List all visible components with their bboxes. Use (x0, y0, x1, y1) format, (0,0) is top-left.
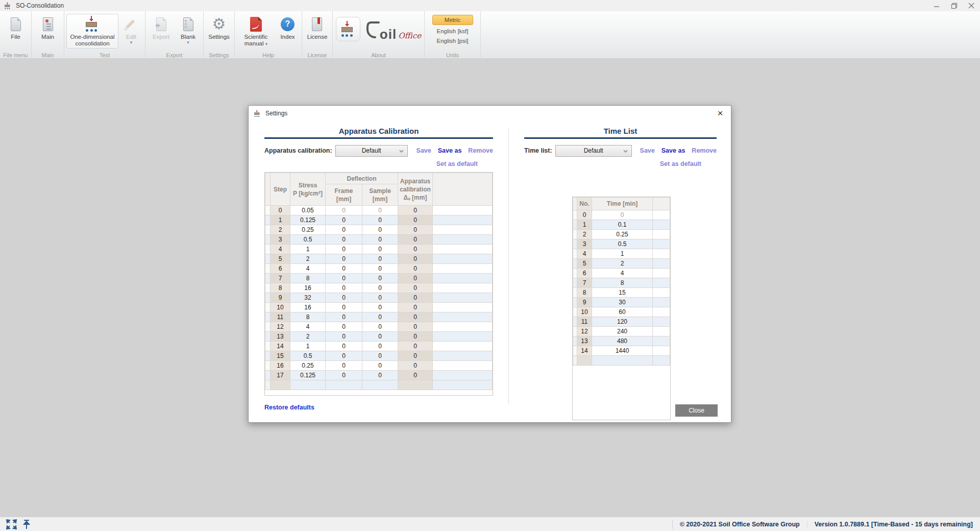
cell-time[interactable]: 0.5 (592, 239, 653, 249)
row-selector[interactable] (573, 336, 577, 346)
apparatus-save-as-link[interactable]: Save as (438, 147, 462, 154)
row-selector[interactable] (265, 283, 271, 293)
cell-frame-deflection[interactable]: 0 (326, 342, 362, 351)
restore-button[interactable] (945, 0, 963, 11)
cell-stress[interactable]: 0.5 (290, 235, 326, 245)
row-selector[interactable] (265, 322, 271, 332)
cell-frame-deflection[interactable]: 0 (326, 283, 362, 293)
cell-stress[interactable]: 16 (290, 283, 326, 293)
cell-stress[interactable]: 2 (290, 254, 326, 264)
cell-sample-deflection[interactable]: 0 (362, 215, 398, 225)
cell-sample-deflection[interactable]: 0 (362, 264, 398, 274)
cell-sample-deflection[interactable]: 0 (362, 293, 398, 303)
cell-time[interactable]: 0.25 (592, 230, 653, 239)
cell-time[interactable] (592, 356, 653, 366)
cell-stress[interactable]: 1 (290, 342, 326, 351)
cell-sample-deflection[interactable]: 0 (362, 312, 398, 322)
row-selector[interactable] (265, 380, 271, 390)
cell-sample-deflection[interactable]: 0 (362, 235, 398, 245)
dialog-close-icon[interactable]: × (714, 107, 727, 119)
cell-time[interactable]: 2 (592, 259, 653, 269)
cell-sample-deflection[interactable]: 0 (362, 225, 398, 235)
apparatus-save-link[interactable]: Save (416, 147, 431, 154)
apparatus-calibration-dropdown[interactable]: Default (335, 145, 408, 157)
cell-frame-deflection[interactable]: 0 (326, 274, 362, 283)
cell-sample-deflection[interactable] (362, 380, 398, 390)
cell-frame-deflection[interactable]: 0 (326, 322, 362, 332)
row-selector[interactable] (265, 371, 271, 380)
row-selector[interactable] (265, 215, 271, 225)
row-selector[interactable] (265, 254, 271, 264)
row-selector[interactable] (573, 278, 577, 288)
time-list-save-as-link[interactable]: Save as (662, 147, 685, 154)
cell-time[interactable]: 480 (592, 336, 653, 346)
cell-stress[interactable]: 32 (290, 293, 326, 303)
close-window-button[interactable] (963, 0, 980, 11)
row-selector[interactable] (265, 351, 271, 361)
cell-sample-deflection[interactable]: 0 (362, 371, 398, 380)
cell-sample-deflection[interactable]: 0 (362, 206, 398, 215)
cell-stress[interactable]: 0.05 (290, 206, 326, 215)
row-selector[interactable] (265, 235, 271, 245)
cell-sample-deflection[interactable]: 0 (362, 351, 398, 361)
row-selector[interactable] (265, 332, 271, 342)
cell-time[interactable]: 0.1 (592, 220, 653, 230)
apparatus-set-as-default-link[interactable]: Set as default (436, 160, 478, 167)
row-selector[interactable] (265, 225, 271, 235)
apparatus-remove-link[interactable]: Remove (468, 147, 493, 154)
row-selector[interactable] (265, 312, 271, 322)
row-selector[interactable] (573, 239, 577, 249)
cell-time[interactable]: 1440 (592, 346, 653, 356)
cell-sample-deflection[interactable]: 0 (362, 322, 398, 332)
cell-stress[interactable]: 4 (290, 322, 326, 332)
time-list-dropdown[interactable]: Default (555, 145, 632, 157)
main-button[interactable]: Main (39, 14, 56, 42)
scientific-manual-button[interactable]: Scientific manual ▾ (237, 14, 275, 49)
unit-option-english-psi[interactable]: English [psi] (436, 36, 468, 45)
row-selector[interactable] (265, 264, 271, 274)
cell-frame-deflection[interactable]: 0 (326, 264, 362, 274)
cell-stress[interactable]: 8 (290, 274, 326, 283)
time-list-remove-link[interactable]: Remove (692, 147, 717, 154)
index-button[interactable]: ? Index (276, 14, 300, 42)
cell-time[interactable]: 120 (592, 317, 653, 327)
cell-sample-deflection[interactable]: 0 (362, 342, 398, 351)
cell-frame-deflection[interactable]: 0 (326, 225, 362, 235)
row-selector[interactable] (265, 206, 271, 215)
cell-sample-deflection[interactable]: 0 (362, 283, 398, 293)
soil-office-app-button[interactable] (336, 17, 360, 41)
cell-stress[interactable]: 0.5 (290, 351, 326, 361)
cell-sample-deflection[interactable]: 0 (362, 245, 398, 254)
cell-stress[interactable]: 4 (290, 264, 326, 274)
cell-frame-deflection[interactable]: 0 (326, 332, 362, 342)
cell-frame-deflection[interactable]: 0 (326, 215, 362, 225)
cell-frame-deflection[interactable]: 0 (326, 293, 362, 303)
cell-sample-deflection[interactable]: 0 (362, 274, 398, 283)
cell-stress[interactable]: 8 (290, 312, 326, 322)
cell-time[interactable]: 240 (592, 327, 653, 336)
file-button[interactable]: File (9, 14, 23, 42)
cell-stress[interactable]: 1 (290, 245, 326, 254)
cell-sample-deflection[interactable]: 0 (362, 332, 398, 342)
cell-time[interactable]: 8 (592, 278, 653, 288)
cell-stress[interactable]: 0.125 (290, 215, 326, 225)
cell-stress[interactable]: 16 (290, 303, 326, 312)
cell-frame-deflection[interactable]: 0 (326, 206, 362, 215)
row-selector[interactable] (265, 245, 271, 254)
cell-time[interactable]: 15 (592, 288, 653, 298)
unit-option-english-ksf[interactable]: English [ksf] (437, 26, 469, 36)
cell-frame-deflection[interactable]: 0 (326, 371, 362, 380)
close-button[interactable]: Close (675, 404, 718, 417)
row-selector[interactable] (573, 269, 577, 278)
row-selector[interactable] (573, 288, 577, 298)
cell-frame-deflection[interactable]: 0 (326, 245, 362, 254)
row-selector[interactable] (265, 361, 271, 371)
cell-time[interactable]: 4 (592, 269, 653, 278)
blank-button[interactable]: Blank ▾ (176, 14, 201, 46)
cell-stress[interactable]: 0.125 (290, 371, 326, 380)
row-selector[interactable] (573, 307, 577, 317)
row-selector[interactable] (573, 317, 577, 327)
cell-time[interactable]: 60 (592, 307, 653, 317)
scroll-to-top-icon[interactable] (23, 519, 30, 529)
cell-frame-deflection[interactable]: 0 (326, 254, 362, 264)
